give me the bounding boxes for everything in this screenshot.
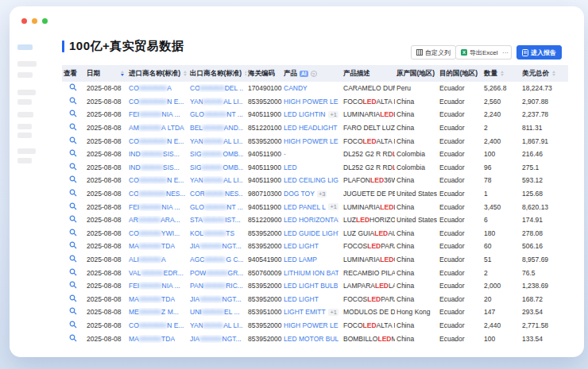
exporter-cell[interactable]: KOLMMMM TS xyxy=(188,229,246,237)
column-header-9[interactable]: 数量 xyxy=(482,69,520,79)
exporter-cell[interactable]: COMMMMM DEL ... xyxy=(188,84,246,92)
sidebar-item-placeholder[interactable] xyxy=(17,158,32,163)
importer-cell[interactable]: FEIMMMM NIA ... xyxy=(127,110,188,118)
view-detail-button[interactable] xyxy=(69,268,77,278)
importer-cell[interactable]: MEMMMM Z M... xyxy=(127,308,188,316)
view-detail-button[interactable] xyxy=(69,163,77,172)
importer-cell[interactable]: MAMMMM TDA xyxy=(127,242,188,250)
exporter-cell[interactable]: YANMMMM AL LI... xyxy=(188,176,246,184)
exporter-cell[interactable]: BELMMMM AND... xyxy=(188,124,246,132)
product-link[interactable]: DOG TOY xyxy=(284,190,315,198)
exporter-cell[interactable]: JIAMMMM NGT... xyxy=(188,242,246,250)
sidebar-item-placeholder[interactable] xyxy=(17,90,36,95)
view-detail-button[interactable] xyxy=(69,229,77,238)
view-detail-button[interactable] xyxy=(69,189,77,198)
view-detail-button[interactable] xyxy=(69,97,77,106)
sort-icon[interactable] xyxy=(121,71,124,77)
product-link[interactable]: HIGH POWER LED F xyxy=(284,321,338,329)
product-link[interactable]: HIGH POWER LED F xyxy=(284,137,338,145)
exporter-cell[interactable]: POWMMMM GR... xyxy=(188,269,246,277)
sidebar-item-placeholder[interactable] xyxy=(17,61,37,67)
importer-cell[interactable]: COMMMMM N E... xyxy=(127,321,188,329)
product-link[interactable]: LED GUIDE LIGHT T xyxy=(284,229,338,237)
exporter-cell[interactable]: UNIMMMM EL ... xyxy=(188,308,246,316)
more-actions-button[interactable]: ··· xyxy=(500,45,512,60)
view-detail-button[interactable] xyxy=(69,334,77,344)
product-more-badge[interactable]: +1 xyxy=(328,309,338,316)
product-link[interactable]: LED HORIZONTAL L xyxy=(284,216,338,224)
column-header-10[interactable]: 美元总价 xyxy=(520,69,568,79)
view-detail-button[interactable] xyxy=(69,83,77,93)
product-more-badge[interactable]: +3 xyxy=(317,190,327,198)
importer-cell[interactable]: COMMMM YWI... xyxy=(127,229,188,237)
view-detail-button[interactable] xyxy=(69,149,77,159)
view-detail-button[interactable] xyxy=(69,175,77,185)
product-link[interactable]: LED CEILING LIGHT xyxy=(284,176,338,184)
sidebar-item-placeholder[interactable] xyxy=(17,133,32,138)
view-detail-button[interactable] xyxy=(69,123,77,133)
info-icon[interactable]: ? xyxy=(311,71,317,77)
exporter-cell[interactable]: CORMMMM NES... xyxy=(188,190,246,198)
product-link[interactable]: LITHIUM ION BATTE xyxy=(284,269,338,277)
product-link[interactable]: LED MOTOR BULB xyxy=(284,335,338,343)
column-header-1[interactable]: 日期 xyxy=(85,69,127,79)
exporter-cell[interactable]: SIGMMMM OMB... xyxy=(188,163,246,171)
importer-cell[interactable]: COMMMMM N E... xyxy=(127,98,188,106)
importer-cell[interactable]: FEIMMMM NIA ... xyxy=(127,282,188,290)
exporter-cell[interactable]: SIGMMMM OMB... xyxy=(188,150,246,158)
exporter-cell[interactable]: PANMMMM RIC... xyxy=(188,282,246,290)
enter-report-button[interactable]: 进入报告 xyxy=(516,45,562,60)
product-link[interactable]: LIGHT EMITTIN xyxy=(284,308,326,316)
importer-cell[interactable]: MAMMMM TDA xyxy=(127,295,188,303)
view-detail-button[interactable] xyxy=(69,307,77,317)
importer-cell[interactable]: VALMMMM EDR... xyxy=(127,269,188,277)
product-link[interactable]: LED LIGHT xyxy=(284,295,319,303)
product-link[interactable]: LED LIGHT xyxy=(284,242,319,250)
view-detail-button[interactable] xyxy=(69,110,77,119)
view-detail-button[interactable] xyxy=(69,294,77,304)
product-link[interactable]: CANDY xyxy=(284,84,308,92)
view-detail-button[interactable] xyxy=(69,215,77,225)
view-detail-button[interactable] xyxy=(69,241,77,251)
exporter-cell[interactable]: STAMMMM IST... xyxy=(188,216,246,224)
product-link[interactable]: HIGH POWER LED F xyxy=(284,98,338,106)
sidebar-item-placeholder[interactable] xyxy=(17,124,32,129)
maximize-button[interactable] xyxy=(42,18,48,24)
product-more-badge[interactable]: +1 xyxy=(328,111,338,118)
sort-icon[interactable] xyxy=(552,71,555,77)
exporter-cell[interactable]: GLOMMMM NT ... xyxy=(188,110,246,118)
sort-icon[interactable] xyxy=(184,71,187,77)
importer-cell[interactable]: ARMMMM ARA... xyxy=(127,216,188,224)
export-excel-button[interactable]: X 导出Excel xyxy=(455,45,504,60)
importer-cell[interactable]: INDMMMM SIS... xyxy=(127,163,188,171)
importer-cell[interactable]: COMMMMM A xyxy=(127,84,188,92)
column-header-2[interactable]: 进口商名称(标准) xyxy=(127,69,188,79)
product-link[interactable]: LED PANEL LIG xyxy=(284,203,326,211)
view-detail-button[interactable] xyxy=(69,255,77,264)
importer-cell[interactable]: AMMMMM A LTDA xyxy=(127,124,188,132)
importer-cell[interactable]: COMMMMM N E... xyxy=(127,137,188,145)
product-link[interactable]: LED LIGHT BULB xyxy=(284,282,338,290)
sidebar-item-placeholder[interactable] xyxy=(17,99,32,105)
sidebar-item-placeholder[interactable] xyxy=(17,148,36,154)
importer-cell[interactable]: ALIMMMM A xyxy=(127,256,188,263)
exporter-cell[interactable]: YANMMMM AL LI... xyxy=(188,98,246,106)
exporter-cell[interactable]: YANMMMM AL LI... xyxy=(188,137,246,145)
importer-cell[interactable]: COMMMMM N E... xyxy=(127,176,188,184)
minimize-button[interactable] xyxy=(32,18,37,24)
exporter-cell[interactable]: YANMMMM AL LI... xyxy=(188,321,246,329)
column-header-3[interactable]: 出口商名称(标准) xyxy=(188,69,246,79)
importer-cell[interactable]: COMMMMM NES... xyxy=(127,190,188,198)
close-button[interactable] xyxy=(21,18,27,24)
product-more-badge[interactable]: +1 xyxy=(328,203,338,210)
product-link[interactable]: LED LIGHTING xyxy=(284,110,326,118)
sidebar-item-placeholder[interactable] xyxy=(17,72,33,78)
importer-cell[interactable]: MAMMMM TDA xyxy=(127,335,188,343)
exporter-cell[interactable]: JIAMMMM NGT... xyxy=(188,335,246,343)
sidebar-item-placeholder[interactable] xyxy=(17,112,33,117)
customize-columns-button[interactable]: 自定义列 xyxy=(411,45,456,60)
product-link[interactable]: LED xyxy=(284,163,297,171)
product-link[interactable]: LED LAMP xyxy=(284,256,317,263)
sort-icon[interactable] xyxy=(501,71,504,77)
view-detail-button[interactable] xyxy=(69,321,77,330)
